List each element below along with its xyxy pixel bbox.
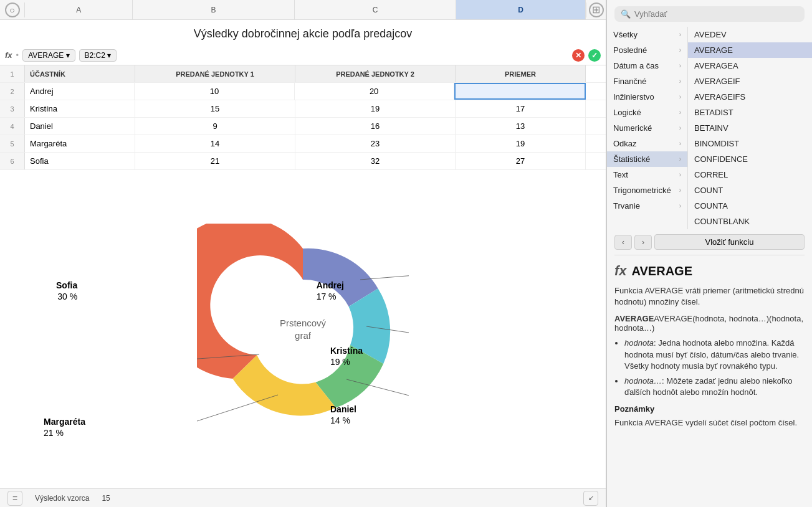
cell-4c[interactable]: 16	[295, 118, 456, 135]
function-item-counta[interactable]: COUNTA	[688, 198, 812, 214]
cell-3b[interactable]: 15	[135, 100, 295, 117]
cell-3c[interactable]: 19	[295, 100, 456, 117]
cell-5b[interactable]: 14	[135, 135, 295, 152]
cell-1d[interactable]: PRIEMER	[456, 65, 586, 82]
cell-5d[interactable]: 19	[456, 135, 586, 152]
row-num-5: 5	[0, 135, 25, 152]
table-row: 3 Kristína 15 19 17	[0, 100, 606, 118]
cell-4a[interactable]: Daniel	[25, 118, 135, 135]
cell-6c[interactable]: 32	[295, 153, 456, 169]
nav-buttons: ‹ › Vložiť funkciu	[607, 229, 812, 255]
chevron-right-icon: ›	[679, 171, 681, 178]
search-bar[interactable]: 🔍	[614, 6, 805, 22]
chart-area: Sofia 30 % Andrej 17 % Kristína 19 % Dan…	[0, 170, 606, 488]
table-row: 4 Daniel 9 16 13	[0, 118, 606, 135]
cell-6b[interactable]: 21	[135, 153, 295, 169]
category-item[interactable]: Inžinierstvo ›	[607, 89, 687, 105]
insert-function-button[interactable]: Vložiť funkciu	[654, 234, 805, 250]
header-row: 1 ÚČASTNÍK PREDANÉ JEDNOTKY 1 PREDANÉ JE…	[0, 65, 606, 83]
search-input[interactable]	[634, 9, 798, 19]
formula-accept-button[interactable]: ✓	[588, 49, 601, 62]
chevron-right-icon: ›	[679, 93, 681, 100]
notes-text: Funkcia AVERAGE vydelí súčet čísel počto…	[614, 417, 805, 429]
category-item[interactable]: Odkaz ›	[607, 136, 687, 151]
formula-cancel-button[interactable]: ✕	[572, 49, 585, 62]
cell-5a[interactable]: Margaréta	[25, 135, 135, 152]
select-all-circle[interactable]: ○	[5, 2, 20, 17]
cell-3a[interactable]: Kristína	[25, 100, 135, 117]
function-item-confidence[interactable]: CONFIDENCE	[688, 151, 812, 167]
function-name: AVERAGE	[632, 264, 692, 278]
function-item-countblank[interactable]: COUNTBLANK	[688, 214, 812, 229]
cell-1a[interactable]: ÚČASTNÍK	[25, 65, 135, 82]
formula-bar: fx • AVERAGE ▾ B2:C2 ▾ ✕ ✓	[0, 45, 606, 65]
col-header-b[interactable]: B	[133, 0, 294, 19]
svg-text:Prstencový: Prstencový	[280, 318, 327, 328]
category-item[interactable]: Text ›	[607, 167, 687, 182]
category-item[interactable]: Posledné ›	[607, 42, 687, 58]
sheet-nav-left[interactable]: =	[7, 491, 22, 506]
chart-label-daniel: Daniel 14 %	[330, 404, 356, 426]
function-item-avedev[interactable]: AVEDEV	[688, 27, 812, 42]
row-num-6: 6	[0, 153, 25, 169]
category-item[interactable]: Trigonometrické ›	[607, 182, 687, 198]
next-button[interactable]: ›	[634, 235, 652, 250]
svg-text:graf: graf	[295, 330, 312, 341]
category-item[interactable]: Dátum a čas ›	[607, 58, 687, 73]
cell-6d[interactable]: 27	[456, 153, 586, 169]
row-num-4: 4	[0, 118, 25, 135]
cell-1b[interactable]: PREDANÉ JEDNOTKY 1	[135, 65, 295, 82]
chevron-right-icon: ›	[679, 109, 681, 116]
functions-list: AVEDEV AVERAGE AVERAGEA AVERAGEIF AVERAG…	[688, 27, 812, 229]
function-item-average[interactable]: AVERAGE	[688, 42, 812, 58]
category-item[interactable]: Logické ›	[607, 105, 687, 120]
chart-label-margareta: Margaréta 21 %	[44, 416, 85, 438]
cell-2a[interactable]: Andrej	[25, 83, 135, 100]
function-item-averageifs[interactable]: AVERAGEIFS	[688, 89, 812, 105]
col-header-d[interactable]: D	[456, 0, 586, 19]
function-item-averageif[interactable]: AVERAGEIF	[688, 73, 812, 89]
cell-4b[interactable]: 9	[135, 118, 295, 135]
cell-4d[interactable]: 13	[456, 118, 586, 135]
category-item[interactable]: Všetky ›	[607, 27, 687, 42]
cell-2d[interactable]	[454, 83, 586, 100]
chevron-right-icon: ›	[679, 140, 681, 147]
cell-3d[interactable]: 17	[456, 100, 586, 117]
list-item: hodnota…: Môžete zadať jednu alebo nieko…	[624, 376, 805, 398]
function-item-averagea[interactable]: AVERAGEA	[688, 58, 812, 73]
fx-icon: fx	[614, 263, 627, 279]
chevron-right-icon: ›	[679, 187, 681, 194]
cell-ref-dropdown[interactable]: B2:C2 ▾	[79, 49, 117, 62]
cell-1c[interactable]: PREDANÉ JEDNOTKY 2	[295, 65, 456, 82]
col-header-a[interactable]: A	[25, 0, 133, 19]
function-item-binomdist[interactable]: BINOMDIST	[688, 136, 812, 151]
chevron-right-icon: ›	[679, 125, 681, 131]
col-header-c[interactable]: C	[295, 0, 456, 19]
row-num-2: 2	[0, 83, 25, 100]
function-detail-title: fx AVERAGE	[614, 263, 805, 279]
add-col-button[interactable]: ⊞	[589, 2, 604, 17]
chevron-right-icon: ›	[679, 31, 681, 38]
function-item-correl[interactable]: CORREL	[688, 167, 812, 182]
cell-2b[interactable]: 10	[135, 83, 294, 100]
dot-separator: •	[16, 50, 19, 60]
table-row: 2 Andrej 10 20	[0, 83, 606, 100]
category-item[interactable]: Finančné ›	[607, 73, 687, 89]
cell-5c[interactable]: 23	[295, 135, 456, 152]
function-item-betadist[interactable]: BETADIST	[688, 105, 812, 120]
cell-2c[interactable]: 20	[295, 83, 454, 100]
sheet-title: Výsledky dobročinnej akcie podľa predajc…	[0, 20, 606, 45]
function-item-betainv[interactable]: BETAINV	[688, 120, 812, 136]
scroll-right-button[interactable]: ↙	[583, 491, 598, 506]
function-item-count[interactable]: COUNT	[688, 182, 812, 198]
spreadsheet-panel: ○ A B C D ⊞ Výsledky dobročinnej akcie p…	[0, 0, 606, 507]
category-item[interactable]: Trvanie ›	[607, 198, 687, 214]
donut-chart: Prstencový graf	[197, 224, 409, 435]
prev-button[interactable]: ‹	[614, 235, 632, 250]
cell-6a[interactable]: Sofia	[25, 153, 135, 169]
function-dropdown[interactable]: AVERAGE ▾	[22, 49, 75, 62]
search-icon: 🔍	[621, 9, 631, 19]
category-item[interactable]: Numerické ›	[607, 120, 687, 136]
category-item-statisticke[interactable]: Štatistické ›	[607, 151, 687, 167]
chevron-right-icon: ›	[679, 47, 681, 54]
